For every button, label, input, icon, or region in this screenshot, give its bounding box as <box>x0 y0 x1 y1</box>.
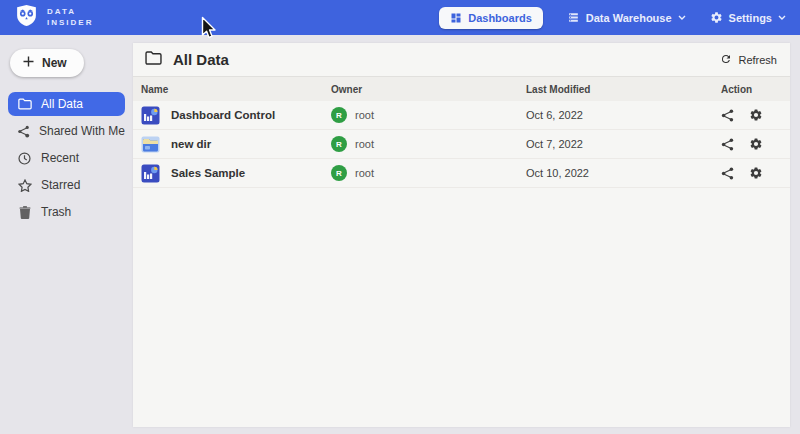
table-header: Name Owner Last Modified Action <box>133 77 790 101</box>
page-title-label: All Data <box>173 51 229 68</box>
settings-menu[interactable]: Settings <box>710 11 786 24</box>
share-action-button[interactable] <box>721 138 734 151</box>
file-name: new dir <box>171 138 211 150</box>
table-row[interactable]: Dashboard Control R root Oct 6, 2022 <box>133 101 790 130</box>
table-row[interactable]: new dir R root Oct 7, 2022 <box>133 130 790 159</box>
sidebar-item-trash[interactable]: Trash <box>8 200 125 224</box>
clock-icon <box>17 152 32 165</box>
gear-icon <box>710 11 723 24</box>
dashboards-button[interactable]: Dashboards <box>439 7 543 29</box>
page-title: All Data <box>145 51 229 68</box>
owner-name: root <box>355 109 374 121</box>
sidebar: New All Data Shared With Me Recent <box>0 35 133 434</box>
settings-action-button[interactable] <box>749 166 763 180</box>
main-content-card: All Data Refresh Name Owner Last Modifie… <box>133 43 790 427</box>
owl-logo-icon <box>14 3 39 32</box>
top-bar: DATA INSIDER Dashboards Data Warehous <box>0 0 800 35</box>
action-cell <box>721 166 782 180</box>
file-name-cell: Sales Sample <box>141 164 331 183</box>
table-body: Dashboard Control R root Oct 6, 2022 <box>133 101 790 188</box>
owner-name: root <box>355 138 374 150</box>
sidebar-item-label: Trash <box>41 205 71 219</box>
last-modified-date: Oct 6, 2022 <box>526 109 721 121</box>
trash-icon <box>17 206 32 219</box>
chevron-down-icon <box>778 15 786 20</box>
last-modified-date: Oct 10, 2022 <box>526 167 721 179</box>
column-header-name: Name <box>141 84 331 95</box>
refresh-label: Refresh <box>738 54 777 66</box>
star-icon <box>17 179 32 192</box>
last-modified-date: Oct 7, 2022 <box>526 138 721 150</box>
column-header-action: Action <box>721 84 782 95</box>
dashboard-file-icon <box>141 106 160 125</box>
plus-icon <box>23 56 34 70</box>
database-icon <box>567 11 580 24</box>
sidebar-item-all-data[interactable]: All Data <box>8 92 125 116</box>
file-name-cell: Dashboard Control <box>141 106 331 125</box>
top-nav: Dashboards Data Warehouse <box>439 7 786 29</box>
sidebar-item-label: Recent <box>41 151 79 165</box>
owner-cell: R root <box>331 165 526 181</box>
refresh-button[interactable]: Refresh <box>720 53 777 67</box>
sidebar-item-starred[interactable]: Starred <box>8 173 125 197</box>
action-cell <box>721 137 782 151</box>
settings-action-button[interactable] <box>749 137 763 151</box>
folder-icon <box>145 51 162 68</box>
share-action-button[interactable] <box>721 167 734 180</box>
content-header: All Data Refresh <box>133 43 790 77</box>
table-row[interactable]: Sales Sample R root Oct 10, 2022 <box>133 159 790 188</box>
owner-cell: R root <box>331 136 526 152</box>
dashboards-label: Dashboards <box>468 12 532 24</box>
dashboard-file-icon <box>141 164 160 183</box>
owner-avatar: R <box>331 107 347 123</box>
data-warehouse-menu[interactable]: Data Warehouse <box>567 11 686 24</box>
logo-text: DATA INSIDER <box>47 7 93 29</box>
sidebar-item-label: All Data <box>41 97 83 111</box>
chevron-down-icon <box>678 15 686 20</box>
sidebar-item-recent[interactable]: Recent <box>8 146 125 170</box>
new-button[interactable]: New <box>10 49 84 77</box>
share-action-button[interactable] <box>721 109 734 122</box>
sidebar-item-shared-with-me[interactable]: Shared With Me <box>8 119 125 143</box>
settings-label: Settings <box>729 12 772 24</box>
settings-action-button[interactable] <box>749 108 763 122</box>
file-name: Dashboard Control <box>171 109 275 121</box>
file-name: Sales Sample <box>171 167 245 179</box>
owner-avatar: R <box>331 165 347 181</box>
action-cell <box>721 108 782 122</box>
folder-icon <box>17 98 32 110</box>
column-header-last-modified: Last Modified <box>526 84 721 95</box>
folder-file-icon <box>141 135 160 154</box>
share-icon <box>17 125 30 138</box>
refresh-icon <box>720 53 732 67</box>
dashboard-grid-icon <box>450 12 462 24</box>
data-warehouse-label: Data Warehouse <box>586 12 672 24</box>
owner-avatar: R <box>331 136 347 152</box>
column-header-owner: Owner <box>331 84 526 95</box>
sidebar-item-label: Starred <box>41 178 80 192</box>
owner-cell: R root <box>331 107 526 123</box>
sidebar-item-label: Shared With Me <box>39 124 125 138</box>
app-logo: DATA INSIDER <box>14 3 93 32</box>
file-name-cell: new dir <box>141 135 331 154</box>
new-button-label: New <box>42 56 67 70</box>
owner-name: root <box>355 167 374 179</box>
